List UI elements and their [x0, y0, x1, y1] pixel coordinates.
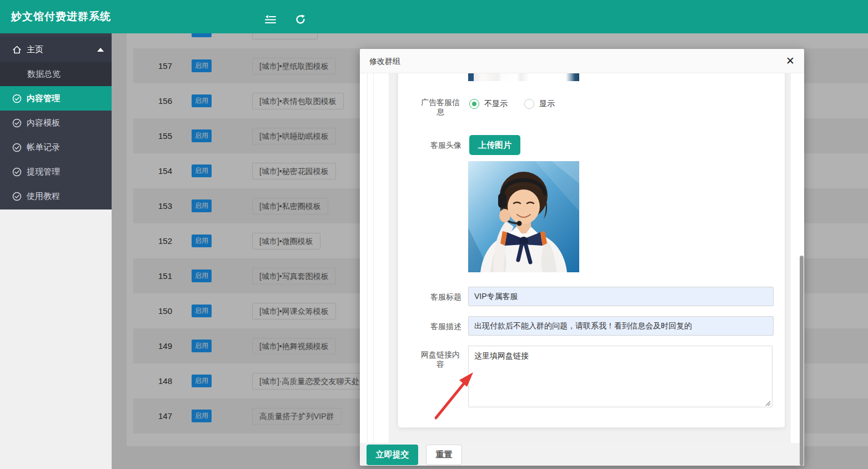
sidebar-menu: 主页 数据总览 内容管理 内容模板: [0, 33, 112, 209]
refresh-icon: [292, 14, 309, 25]
chevron-up-icon: [97, 48, 104, 52]
dialog-title: 修改群组: [369, 49, 400, 73]
close-button[interactable]: ✕: [783, 54, 797, 68]
radio-label: 不显示: [484, 99, 508, 109]
service-desc-label: 客服描述: [419, 322, 461, 331]
sidebar-item-主页[interactable]: 主页: [0, 37, 112, 62]
sidebar-item-内容管理[interactable]: 内容管理: [0, 86, 112, 111]
radio-option[interactable]: 显示: [524, 99, 555, 109]
sidebar-item-使用教程[interactable]: 使用教程: [0, 184, 112, 208]
radio-option[interactable]: 不显示: [469, 99, 508, 109]
avatar-label: 客服头像: [419, 141, 461, 150]
sidebar-item-label: 内容管理: [27, 93, 60, 104]
sidebar-item-帐单记录[interactable]: 帐单记录: [0, 135, 112, 159]
sidebar-item-数据总览[interactable]: 数据总览: [0, 62, 112, 86]
modal-scrollbar-thumb[interactable]: [800, 256, 804, 466]
radio-label: 显示: [539, 99, 555, 109]
circle-check-icon: [12, 118, 22, 128]
sidebar-item-label: 主页: [27, 44, 43, 55]
close-icon: ✕: [786, 55, 795, 67]
service-desc-input[interactable]: [468, 316, 774, 336]
dialog-footer: 立即提交 重置: [360, 443, 804, 466]
netdisk-textarea[interactable]: 这里填网盘链接: [468, 346, 772, 407]
collapse-menu-button[interactable]: [262, 11, 279, 28]
dialog-body: 广告客服信息 不显示 显示 客服头像 上传图片: [360, 73, 804, 443]
content-area: 启用 157 启用 [城市]•壁纸取图模板 156 启用 [城市]•表情包取图模…: [112, 33, 868, 469]
reset-button[interactable]: 重置: [426, 445, 462, 465]
circle-check-icon: [12, 143, 22, 152]
sidebar-item-内容模板[interactable]: 内容模板: [0, 111, 112, 135]
refresh-button[interactable]: [292, 11, 309, 28]
app-title: 妙文馆付费进群系统: [11, 0, 111, 33]
edit-group-dialog: 修改群组 ✕ 广告客服信息 不显示 显示 客服头像 上传图片: [360, 49, 804, 466]
upload-image-button[interactable]: 上传图片: [469, 135, 520, 155]
sidebar-item-label: 内容模板: [27, 118, 60, 128]
circle-check-icon: [12, 192, 22, 201]
service-avatar-image: [468, 161, 579, 272]
sidebar-item-label: 提现管理: [27, 167, 60, 177]
service-title-input[interactable]: [468, 287, 774, 306]
divider: [367, 73, 368, 443]
app-header: 妙文馆付费进群系统: [0, 0, 868, 33]
collapse-menu-icon: [262, 14, 279, 24]
divider: [373, 73, 374, 443]
ad-service-label: 广告客服信息: [419, 98, 461, 117]
home-icon: [12, 45, 22, 54]
scrolled-image-bottom: [468, 73, 579, 81]
dialog-header: 修改群组 ✕: [360, 49, 804, 73]
sidebar-item-提现管理[interactable]: 提现管理: [0, 159, 112, 184]
circle-check-icon: [12, 94, 22, 103]
sidebar-item-label: 使用教程: [27, 191, 60, 202]
sidebar-item-label: 帐单记录: [27, 142, 60, 153]
radio-icon: [469, 99, 479, 109]
ad-display-options: 不显示 显示: [469, 99, 571, 109]
service-title-label: 客服标题: [419, 292, 461, 302]
sidebar: 主页 数据总览 内容管理 内容模板: [0, 33, 112, 469]
netdisk-label: 网盘链接内容: [419, 350, 461, 369]
submit-button[interactable]: 立即提交: [367, 445, 418, 465]
circle-check-icon: [12, 167, 22, 177]
radio-icon: [524, 99, 534, 109]
sidebar-item-label: 数据总览: [27, 69, 61, 79]
